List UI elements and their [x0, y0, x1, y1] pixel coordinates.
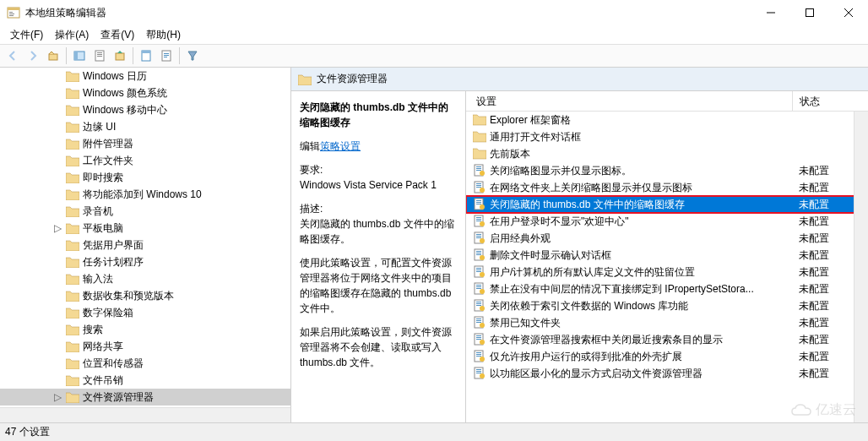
setting-row[interactable]: 在用户登录时不显示"欢迎中心"未配置	[466, 213, 868, 230]
setting-row[interactable]: 关闭缩略图显示并仅显示图标。未配置	[466, 162, 868, 179]
tree-item[interactable]: 任务计划程序	[0, 253, 290, 270]
setting-row[interactable]: Explorer 框架窗格	[466, 112, 868, 128]
export-button[interactable]	[111, 46, 129, 65]
maximize-button[interactable]	[790, 0, 829, 25]
tree-item[interactable]: 数据收集和预览版本	[0, 287, 290, 304]
tree-item[interactable]: 位置和传感器	[0, 355, 290, 372]
tree-item-label: 录音机	[83, 204, 113, 219]
tree-item-label: Windows 日历	[83, 69, 147, 84]
setting-row[interactable]: 在网络文件夹上关闭缩略图显示并仅显示图标未配置	[466, 179, 868, 196]
tree-item[interactable]: ▷平板电脑	[0, 220, 290, 237]
tree-item-label: 凭据用户界面	[83, 238, 144, 253]
setting-row[interactable]: 删除文件时显示确认对话框未配置	[466, 247, 868, 264]
expand-icon[interactable]: ▷	[52, 222, 62, 234]
setting-row[interactable]: 仅允许按用户运行的或得到批准的外壳扩展未配置	[466, 348, 868, 365]
tree-item-label: 搜索	[83, 323, 103, 337]
svg-point-82	[480, 357, 485, 362]
cloud-icon	[790, 403, 812, 418]
svg-rect-71	[476, 322, 481, 323]
setting-name: 关闭隐藏的 thumbs.db 文件中的缩略图缓存	[490, 198, 792, 212]
setting-row[interactable]: 关闭依赖于索引文件数据的 Windows 库功能未配置	[466, 297, 868, 314]
tree-item-label: 边缘 UI	[83, 120, 116, 134]
tree-item[interactable]: ▷文件资源管理器	[0, 389, 290, 406]
status-count: 47 个设置	[5, 425, 50, 439]
app-icon	[7, 6, 20, 19]
tree-item[interactable]: 输入法	[0, 270, 290, 287]
tree-item[interactable]: 搜索	[0, 321, 290, 338]
column-setting[interactable]: 设置	[466, 91, 792, 111]
setting-name: 在网络文件夹上关闭缩略图显示并仅显示图标	[490, 181, 792, 195]
tree-item[interactable]: Windows 颜色系统	[0, 84, 290, 101]
setting-name: 禁用已知文件夹	[490, 316, 792, 330]
policy-icon	[473, 164, 486, 177]
svg-rect-4	[9, 15, 14, 16]
tree-item[interactable]: 数字保险箱	[0, 304, 290, 321]
setting-row[interactable]: 禁用已知文件夹未配置	[466, 314, 868, 331]
svg-rect-54	[476, 268, 481, 269]
tree-item[interactable]: 附件管理器	[0, 135, 290, 152]
settings-list[interactable]: Explorer 框架窗格通用打开文件对话框先前版本关闭缩略图显示并仅显示图标。…	[466, 112, 868, 422]
setting-row[interactable]: 以功能区最小化的显示方式启动文件资源管理器未配置	[466, 365, 868, 382]
forward-button[interactable]	[24, 46, 42, 65]
setting-name: 在用户登录时不显示"欢迎中心"	[490, 215, 792, 229]
show-hide-tree-button[interactable]	[70, 46, 89, 65]
tree-item[interactable]: Windows 移动中心	[0, 101, 290, 118]
svg-rect-76	[476, 339, 481, 340]
svg-rect-15	[97, 56, 102, 57]
filter-button[interactable]	[183, 46, 202, 65]
tree-horizontal-scrollbar[interactable]	[0, 407, 290, 422]
tree-item-label: 即时搜索	[83, 171, 123, 185]
minimize-button[interactable]	[751, 0, 790, 25]
setting-name: 禁止在没有中间层的情况下直接绑定到 IPropertySetStora...	[490, 282, 792, 297]
tree-item[interactable]: 工作文件夹	[0, 152, 290, 169]
column-state[interactable]: 状态	[792, 91, 868, 111]
tree-item[interactable]: 凭据用户界面	[0, 237, 290, 253]
up-button[interactable]	[44, 46, 62, 65]
tree-item-label: 文件资源管理器	[83, 390, 154, 405]
tree-item[interactable]: Windows 日历	[0, 68, 290, 84]
properties-button[interactable]	[90, 46, 109, 65]
svg-rect-70	[476, 320, 481, 321]
tree-scroll[interactable]: Windows 日历Windows 颜色系统Windows 移动中心边缘 UI附…	[0, 68, 290, 407]
toolbar	[0, 44, 868, 68]
setting-row[interactable]: 先前版本	[466, 145, 868, 162]
back-button[interactable]	[3, 46, 22, 65]
tree-panel: Windows 日历Windows 颜色系统Windows 移动中心边缘 UI附…	[0, 68, 291, 422]
svg-point-42	[480, 221, 485, 226]
svg-rect-2	[9, 12, 13, 13]
help-button[interactable]	[157, 46, 176, 65]
tree-item[interactable]: 文件吊销	[0, 372, 290, 389]
setting-row[interactable]: 启用经典外观未配置	[466, 230, 868, 247]
edit-policy-link[interactable]: 策略设置	[320, 140, 361, 152]
watermark-text: 亿速云	[816, 401, 856, 419]
menu-view[interactable]: 查看(V)	[95, 26, 139, 44]
svg-rect-9	[49, 54, 57, 60]
svg-rect-60	[476, 286, 481, 287]
settings-vertical-scrollbar[interactable]	[854, 112, 868, 422]
setting-row[interactable]: 在文件资源管理器搜索框中关闭最近搜索条目的显示未配置	[466, 331, 868, 348]
svg-rect-39	[476, 217, 481, 218]
policy-icon	[473, 333, 486, 346]
expand-icon[interactable]: ▷	[52, 391, 62, 403]
svg-rect-56	[476, 271, 481, 272]
svg-rect-51	[476, 254, 481, 255]
tree-item[interactable]: 将功能添加到 Windows 10	[0, 186, 290, 203]
refresh-button[interactable]	[137, 46, 155, 65]
folder-icon	[473, 130, 486, 144]
menu-action[interactable]: 操作(A)	[50, 26, 94, 44]
setting-row[interactable]: 用户/计算机的所有默认库定义文件的驻留位置未配置	[466, 264, 868, 280]
menu-file[interactable]: 文件(F)	[5, 26, 48, 44]
close-button[interactable]	[829, 0, 868, 25]
policy-icon	[473, 231, 486, 245]
svg-point-32	[480, 188, 485, 193]
menu-help[interactable]: 帮助(H)	[141, 26, 186, 44]
tree-item[interactable]: 录音机	[0, 203, 290, 220]
tree-item[interactable]: 网络共享	[0, 338, 290, 355]
setting-row[interactable]: 关闭隐藏的 thumbs.db 文件中的缩略图缓存未配置	[466, 196, 868, 213]
setting-row[interactable]: 通用打开文件对话框	[466, 128, 868, 145]
description-value: 关闭隐藏的 thumbs.db 文件中的缩略图缓存。	[300, 216, 457, 247]
setting-row[interactable]: 禁止在没有中间层的情况下直接绑定到 IPropertySetStora...未配…	[466, 280, 868, 297]
tree-item[interactable]: 即时搜索	[0, 169, 290, 186]
tree-item[interactable]: 边缘 UI	[0, 118, 290, 135]
svg-rect-36	[476, 204, 481, 204]
